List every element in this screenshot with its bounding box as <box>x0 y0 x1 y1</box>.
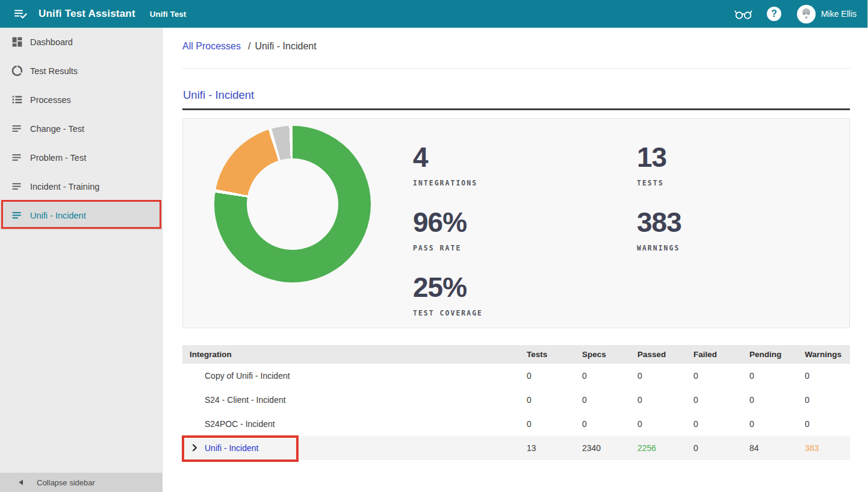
stat-value: 4 <box>413 143 477 172</box>
summary-card: 4 INTEGRATIONS 96% PASS RATE 25% TEST CO… <box>182 118 850 328</box>
cell-warnings: 0 <box>805 395 850 405</box>
breadcrumb-link-all-processes[interactable]: All Processes <box>182 41 241 51</box>
stat-integrations: 4 INTEGRATIONS <box>413 143 477 187</box>
cell-failed: 0 <box>693 443 749 453</box>
sidebar-item-change-test[interactable]: Change - Test <box>0 114 162 143</box>
app-subtitle: Unifi Test <box>150 10 187 19</box>
column-header-passed: Passed <box>637 350 693 359</box>
breadcrumb-separator: / <box>248 41 250 51</box>
glasses-icon[interactable] <box>733 7 754 21</box>
cell-specs: 0 <box>582 371 637 381</box>
stat-value: 25% <box>413 273 483 302</box>
sidebar-item-label: Unifi - Incident <box>30 211 86 220</box>
dashboard-icon <box>11 36 24 49</box>
column-header-integration: Integration <box>182 350 527 359</box>
cell-pending: 0 <box>749 419 805 429</box>
column-header-specs: Specs <box>582 350 637 359</box>
donut-chart <box>214 126 371 282</box>
cell-failed: 0 <box>693 371 749 381</box>
help-icon[interactable]: ? <box>767 7 781 21</box>
donut-icon <box>11 64 24 78</box>
cell-warnings: 0 <box>805 371 850 381</box>
user-name[interactable]: Mike Ellis <box>821 9 857 19</box>
stat-label: PASS RATE <box>413 244 467 252</box>
cell-specs: 0 <box>582 395 637 405</box>
expand-chevron-icon[interactable] <box>190 443 200 453</box>
page-title: Unifi - Incident <box>183 89 254 102</box>
playlist-check-menu-icon[interactable] <box>12 5 29 22</box>
table-row[interactable]: S24POC - Incident 0 0 0 0 0 0 <box>182 412 850 436</box>
cell-specs: 2340 <box>582 443 637 453</box>
collapse-sidebar-label: Collapse sidebar <box>37 478 95 487</box>
cell-pending: 84 <box>749 443 805 453</box>
integrations-table: Integration Tests Specs Passed Failed Pe… <box>182 345 850 460</box>
stat-test-coverage: 25% TEST COVERAGE <box>413 273 483 317</box>
cell-failed: 0 <box>693 395 749 405</box>
stat-value: 96% <box>413 208 467 237</box>
column-header-pending: Pending <box>749 350 805 359</box>
integration-name: Copy of Unifi - Incident <box>182 371 527 381</box>
collapse-sidebar-button[interactable]: Collapse sidebar <box>0 473 163 492</box>
app-window: Unifi Test Assistant Unifi Test ? <box>0 0 868 492</box>
lines-icon <box>11 209 24 222</box>
column-header-warnings: Warnings <box>805 350 850 359</box>
cell-passed: 0 <box>637 419 693 429</box>
title-underline <box>182 108 850 110</box>
sidebar-item-test-results[interactable]: Test Results <box>0 57 162 86</box>
column-header-failed: Failed <box>693 350 749 359</box>
cell-tests: 0 <box>527 419 582 429</box>
sidebar-item-label: Incident - Training <box>30 182 99 192</box>
user-avatar[interactable] <box>797 5 816 23</box>
cell-pending: 0 <box>749 371 805 381</box>
sidebar-item-processes[interactable]: Processes <box>0 86 162 114</box>
stat-warnings: 383 WARNINGS <box>637 208 681 252</box>
stat-value: 383 <box>637 208 681 237</box>
sidebar-item-problem-test[interactable]: Problem - Test <box>0 143 162 172</box>
cell-passed: 2256 <box>637 443 693 453</box>
cell-tests: 0 <box>527 371 582 381</box>
collapse-arrow-icon <box>18 479 23 485</box>
stat-tests: 13 TESTS <box>637 143 666 187</box>
table-row-unifi-incident[interactable]: Unifi - Incident 13 2340 2256 0 84 383 <box>182 436 850 460</box>
stat-label: TESTS <box>637 179 666 187</box>
topbar-left: Unifi Test Assistant Unifi Test <box>0 5 733 22</box>
topbar-right: ? Mike Ellis <box>733 5 867 23</box>
lines-icon <box>11 151 24 164</box>
stat-label: WARNINGS <box>637 244 681 252</box>
sidebar-item-label: Problem - Test <box>30 153 86 163</box>
stat-label: INTEGRATIONS <box>413 179 477 187</box>
sidebar-item-label: Processes <box>30 95 71 105</box>
breadcrumb-divider <box>182 68 850 69</box>
integration-name-cell: Unifi - Incident <box>182 443 527 453</box>
top-bar: Unifi Test Assistant Unifi Test ? <box>0 0 867 28</box>
main-content: All Processes/Unifi - Incident Unifi - I… <box>163 28 868 492</box>
table-row[interactable]: S24 - Client - Incident 0 0 0 0 0 0 <box>182 388 850 412</box>
table-header-row: Integration Tests Specs Passed Failed Pe… <box>182 345 850 364</box>
stat-value: 13 <box>637 143 666 172</box>
sidebar-item-unifi-incident[interactable]: Unifi - Incident <box>0 201 162 230</box>
sidebar-item-label: Dashboard <box>30 37 73 47</box>
breadcrumb-current: Unifi - Incident <box>255 41 316 51</box>
sidebar-item-dashboard[interactable]: Dashboard <box>0 28 162 57</box>
sidebar: Dashboard Test Results Processes <box>0 28 163 492</box>
cell-tests: 0 <box>527 395 582 405</box>
cell-specs: 0 <box>582 419 637 429</box>
sidebar-item-label: Change - Test <box>30 124 84 134</box>
list-icon <box>11 93 24 107</box>
help-glyph: ? <box>771 8 777 19</box>
integration-link[interactable]: Unifi - Incident <box>205 443 258 453</box>
cell-tests: 13 <box>527 443 582 453</box>
column-header-tests: Tests <box>527 350 582 359</box>
stat-pass-rate: 96% PASS RATE <box>413 208 467 252</box>
integration-name: S24POC - Incident <box>182 419 527 429</box>
table-row[interactable]: Copy of Unifi - Incident 0 0 0 0 0 0 <box>182 364 850 388</box>
sidebar-item-incident-training[interactable]: Incident - Training <box>0 172 162 201</box>
cell-passed: 0 <box>637 395 693 405</box>
cell-warnings: 0 <box>805 419 850 429</box>
app-title: Unifi Test Assistant <box>39 8 135 20</box>
breadcrumb: All Processes/Unifi - Incident <box>182 41 317 52</box>
stat-label: TEST COVERAGE <box>413 309 483 317</box>
cell-warnings: 383 <box>805 443 850 453</box>
integration-name: S24 - Client - Incident <box>182 395 527 405</box>
lines-icon <box>11 180 24 193</box>
